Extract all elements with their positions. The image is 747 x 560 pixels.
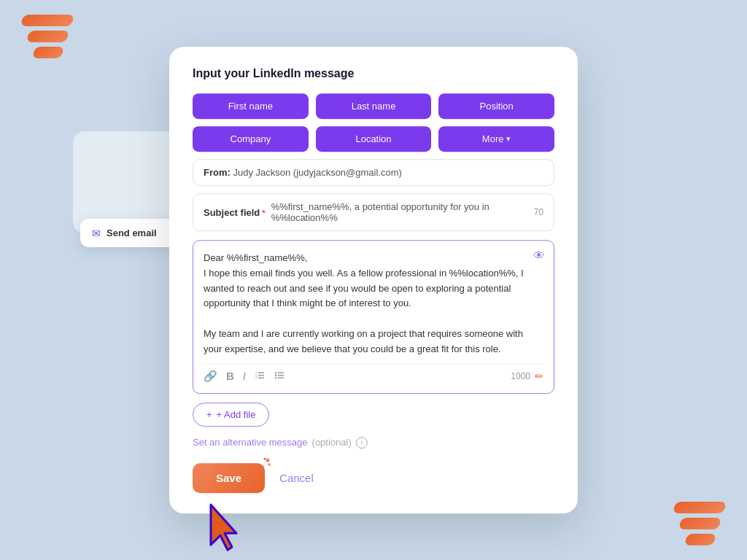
ordered-list-icon[interactable]: 1 2 3	[255, 370, 266, 383]
svg-point-14	[264, 457, 266, 459]
save-button-wrapper: Save	[193, 463, 265, 493]
sparkle-effect	[255, 457, 271, 476]
modal-title: Input your LinkedIn message	[193, 67, 554, 80]
variable-buttons-row1: First name Last name Position	[193, 93, 554, 119]
variable-buttons-row2: Company Location More ▾	[193, 126, 554, 152]
svg-point-11	[275, 377, 276, 378]
edit-icon[interactable]: ✏	[535, 370, 543, 382]
char-remaining: 1000	[511, 371, 530, 381]
svg-point-9	[275, 372, 276, 373]
add-file-label: + Add file	[217, 409, 256, 420]
svg-text:3: 3	[255, 376, 258, 379]
email-icon: ✉	[92, 228, 101, 239]
plus-icon: +	[206, 409, 212, 420]
last-name-button[interactable]: Last name	[316, 93, 432, 119]
italic-icon[interactable]: I	[243, 370, 246, 382]
from-value: Judy Jackson (judyjackson@gmail.com)	[233, 167, 401, 178]
location-button[interactable]: Location	[316, 126, 432, 152]
cancel-button[interactable]: Cancel	[279, 472, 314, 484]
svg-point-13	[268, 463, 271, 466]
preview-eye-icon[interactable]: 👁	[533, 249, 545, 262]
company-button[interactable]: Company	[193, 126, 309, 152]
subject-label: Subject field *	[204, 207, 266, 218]
link-icon[interactable]: 🔗	[204, 370, 217, 383]
from-label: From:	[204, 167, 231, 178]
message-text: Dear %%first_name%%, I hope this email f…	[204, 251, 543, 357]
message-area[interactable]: Dear %%first_name%%, I hope this email f…	[193, 240, 554, 394]
cursor-arrow	[200, 497, 244, 559]
add-file-button[interactable]: + + Add file	[193, 402, 269, 427]
svg-point-10	[275, 374, 276, 376]
svg-point-12	[266, 458, 270, 462]
toolbar-right: 1000 ✏	[511, 370, 543, 382]
modal: Input your LinkedIn message First name L…	[169, 47, 578, 513]
alternative-message-row[interactable]: Set an alternative message (optional) i	[193, 437, 554, 448]
action-buttons: Save Cancel	[193, 463, 554, 493]
bg-logo-bottom-right	[674, 502, 725, 545]
modal-overlay: Input your LinkedIn message First name L…	[169, 47, 578, 513]
first-name-button[interactable]: First name	[193, 93, 309, 119]
alt-message-optional: (optional)	[312, 437, 352, 448]
bg-logo-top-left	[22, 15, 73, 58]
editor-toolbar: 🔗 B I 1 2 3	[204, 363, 543, 383]
subject-char-count: 70	[534, 207, 543, 217]
subject-field[interactable]: Subject field * %%first_name%%, a potent…	[193, 193, 554, 231]
info-icon: i	[356, 437, 368, 448]
more-button[interactable]: More ▾	[438, 126, 554, 152]
bold-icon[interactable]: B	[226, 370, 234, 382]
required-marker: *	[260, 209, 265, 217]
svg-marker-15	[211, 505, 236, 550]
position-button[interactable]: Position	[438, 93, 554, 119]
unordered-list-icon[interactable]	[274, 370, 285, 383]
from-field: From: Judy Jackson (judyjackson@gmail.co…	[193, 159, 554, 186]
toolbar-left: 🔗 B I 1 2 3	[204, 370, 285, 383]
subject-value: %%first_name%%, a potential opportunity …	[271, 201, 528, 223]
chevron-down-icon: ▾	[506, 134, 511, 144]
send-email-label: Send email	[107, 228, 157, 238]
alt-message-label: Set an alternative message	[193, 437, 308, 448]
